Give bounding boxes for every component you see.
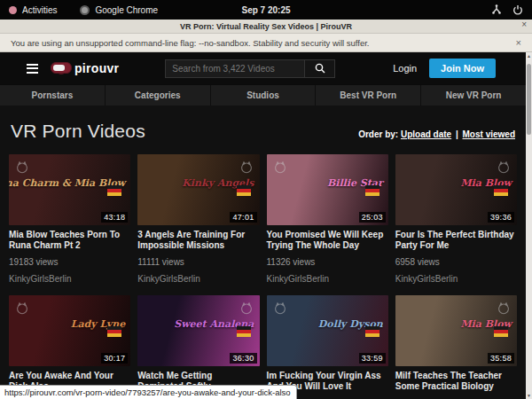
chrome-icon <box>80 5 90 15</box>
search-button[interactable] <box>305 59 335 78</box>
video-title-link[interactable]: Mia Blow Teaches Porn To Runa Charm Pt 2 <box>9 230 130 251</box>
german-flag-icon <box>107 185 121 196</box>
video-thumbnail[interactable]: Mia Blow 35:58 <box>395 295 517 366</box>
activities-button[interactable]: Activities <box>22 5 57 15</box>
video-duration-badge: 43:18 <box>101 212 128 223</box>
order-by-label: Order by: <box>358 129 398 139</box>
order-most-viewed-link[interactable]: Most viewed <box>463 129 515 139</box>
cat-mask-watermark-icon <box>14 159 30 175</box>
cat-mask-watermark-icon <box>272 159 288 175</box>
video-card[interactable]: Dolly Dyson 33:59 Im Fucking Your Virgin… <box>267 295 388 399</box>
video-studio-link[interactable]: KinkyGirlsBerlin <box>9 274 130 284</box>
page-title-row: VR Porn Videos Order by: Upload date | M… <box>0 106 526 153</box>
scrollbar-up-icon[interactable]: ▲ <box>526 53 532 59</box>
video-duration-badge: 30:17 <box>101 353 128 364</box>
nav-item-best-vr-porn[interactable]: Best VR Porn <box>316 85 420 106</box>
video-duration-badge: 25:03 <box>359 212 386 223</box>
german-flag-icon <box>494 185 508 196</box>
page-viewport: pirouvr Login Join Now PornstarsCategori… <box>0 52 526 399</box>
video-card[interactable]: Sweet Analena 36:30 Watch Me Getting Dom… <box>137 295 259 399</box>
video-card[interactable]: Lady Lyne 30:17 Are You Awake And Your D… <box>9 295 130 399</box>
video-title-link[interactable]: 3 Angels Are Training For Impossible Mis… <box>137 230 259 251</box>
video-studio-link[interactable]: KinkyGirlsBerlin <box>137 274 259 284</box>
vertical-scrollbar[interactable]: ▲ ▼ <box>526 52 532 399</box>
video-views: 11326 views <box>267 257 388 267</box>
search-input[interactable] <box>165 59 305 78</box>
site-logo[interactable]: pirouvr <box>51 61 119 75</box>
german-flag-icon <box>107 326 121 337</box>
focused-app-menu[interactable]: Google Chrome <box>95 5 158 15</box>
video-duration-badge: 33:59 <box>359 353 386 364</box>
video-thumbnail[interactable]: Sweet Analena 36:30 <box>137 295 259 366</box>
video-thumbnail[interactable]: Lady Lyne 30:17 <box>9 295 130 366</box>
video-duration-badge: 47:01 <box>230 212 256 223</box>
nav-item-new-vr-porn[interactable]: New VR Porn <box>421 85 526 106</box>
cat-mask-watermark-icon <box>496 300 512 316</box>
system-top-bar: Activities Google Chrome Sep 7 20:25 <box>0 0 532 20</box>
search-group <box>165 59 335 78</box>
german-flag-icon <box>494 326 508 337</box>
german-flag-icon <box>365 326 379 337</box>
nav-item-pornstars[interactable]: Pornstars <box>0 85 105 106</box>
main-nav: PornstarsCategoriesStudiosBest VR PornNe… <box>0 84 526 106</box>
tab-close-icon[interactable]: × <box>521 20 527 29</box>
german-flag-icon <box>237 326 251 337</box>
power-icon[interactable] <box>512 4 523 15</box>
page-title: VR Porn Videos <box>11 121 145 142</box>
video-thumbnail[interactable]: Runa Charm & Mia Blow 43:18 <box>9 154 130 225</box>
video-title-link[interactable]: You Promised We Will Keep Trying The Who… <box>267 230 388 251</box>
video-duration-badge: 39:36 <box>488 212 514 223</box>
video-thumbnail[interactable]: Billie Star 25:03 <box>267 154 388 225</box>
cat-mask-watermark-icon <box>239 300 254 316</box>
tab-title[interactable]: VR Porn: Virtual Reality Sex Videos | Pi… <box>0 22 532 31</box>
logo-text: pirouvr <box>74 61 119 75</box>
hamburger-menu-icon[interactable] <box>27 64 38 74</box>
order-upload-date-link[interactable]: Upload date <box>401 129 451 139</box>
video-card[interactable]: Mia Blow 35:58 Milf Teaches The Teacher … <box>395 295 517 399</box>
scrollbar-down-icon[interactable]: ▼ <box>526 393 532 398</box>
order-by: Order by: Upload date | Most viewed <box>358 129 515 139</box>
recording-indicator-icon <box>9 6 17 14</box>
video-title-link[interactable]: Milf Teaches The Teacher Some Practical … <box>395 371 517 392</box>
network-icon[interactable] <box>491 4 502 15</box>
german-flag-icon <box>237 185 251 196</box>
video-views: 11111 views <box>137 257 259 267</box>
cat-mask-watermark-icon <box>272 300 288 316</box>
video-studio-link[interactable]: KinkyGirlsBerlin <box>267 274 388 284</box>
video-duration-badge: 35:58 <box>488 353 514 364</box>
login-link[interactable]: Login <box>393 63 417 74</box>
german-flag-icon <box>365 185 379 196</box>
video-thumbnail[interactable]: Kinky Angels 47:01 <box>137 154 259 225</box>
video-thumbnail[interactable]: Mia Blow 39:36 <box>395 154 517 225</box>
video-thumbnail[interactable]: Dolly Dyson 33:59 <box>267 295 388 366</box>
video-title-link[interactable]: Four Is The Perfect Birthday Party For M… <box>395 230 517 251</box>
video-views: 6958 views <box>395 257 517 267</box>
video-card[interactable]: Billie Star 25:03 You Promised We Will K… <box>267 154 388 284</box>
warning-close-icon[interactable]: × <box>516 37 521 48</box>
warning-text: You are using an unsupported command-lin… <box>11 38 370 48</box>
video-card[interactable]: Mia Blow 39:36 Four Is The Perfect Birth… <box>395 154 517 284</box>
order-separator: | <box>456 129 458 139</box>
scrollbar-thumb[interactable] <box>527 64 531 135</box>
join-now-button[interactable]: Join Now <box>429 59 496 78</box>
cat-mask-watermark-icon <box>14 300 30 316</box>
status-url-bubble: https://pirouvr.com/vr-porn-video/779325… <box>0 385 297 399</box>
search-icon <box>315 63 325 74</box>
nav-item-categories[interactable]: Categories <box>106 85 210 106</box>
browser-tab-strip: VR Porn: Virtual Reality Sex Videos | Pi… <box>0 20 532 34</box>
video-duration-badge: 36:30 <box>230 353 256 364</box>
video-card[interactable]: Runa Charm & Mia Blow 43:18 Mia Blow Tea… <box>9 154 130 284</box>
browser-warning-bar: You are using an unsupported command-lin… <box>0 34 532 52</box>
video-views: 19183 views <box>9 257 130 267</box>
vr-headset-icon <box>51 62 72 75</box>
video-studio-link[interactable]: KinkyGirlsBerlin <box>395 274 517 284</box>
video-grid: Runa Charm & Mia Blow 43:18 Mia Blow Tea… <box>0 153 526 399</box>
cat-mask-watermark-icon <box>496 159 512 175</box>
site-header: pirouvr Login Join Now <box>0 52 526 84</box>
video-card[interactable]: Kinky Angels 47:01 3 Angels Are Training… <box>137 154 259 284</box>
cat-mask-watermark-icon <box>239 159 254 175</box>
nav-item-studios[interactable]: Studios <box>211 85 316 106</box>
